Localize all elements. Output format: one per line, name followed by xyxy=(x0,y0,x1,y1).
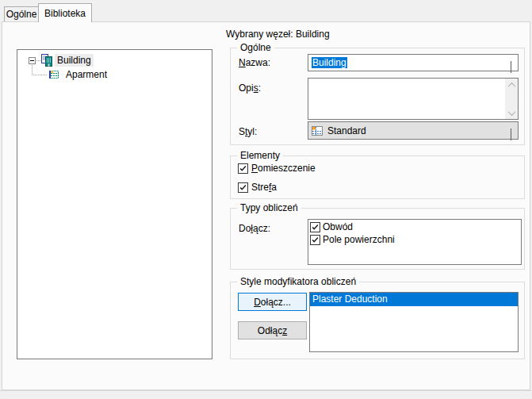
list-item-obwod-label: Obwód xyxy=(323,221,353,232)
list-item-plaster-deduction[interactable]: Plaster Deduction xyxy=(310,293,518,306)
name-combobox[interactable]: Building xyxy=(308,54,519,71)
tree-collapse-icon[interactable] xyxy=(29,57,36,64)
description-textarea[interactable] xyxy=(308,78,519,120)
attach-button[interactable]: Dołącz... xyxy=(238,293,307,311)
description-scrollbar[interactable] xyxy=(505,79,518,119)
chevron-down-icon[interactable] xyxy=(511,129,511,140)
style-standard-icon xyxy=(311,125,323,137)
list-item-obwod[interactable]: Obwód xyxy=(310,221,521,233)
library-tree[interactable]: Building Aparment xyxy=(17,49,212,359)
checked-checkbox-icon[interactable] xyxy=(310,235,320,245)
tab-ogolne[interactable]: Ogólne xyxy=(4,6,39,22)
style-combobox[interactable]: Standard xyxy=(308,121,519,140)
checkbox-pomieszczenie[interactable]: Pomieszczenie xyxy=(238,163,316,174)
group-elementy: Elementy Pomieszczenie Strefa xyxy=(230,155,525,199)
modifier-styles-listbox[interactable]: Plaster Deduction xyxy=(309,292,519,352)
group-style-modyfikatora: Style modyfikatora obliczeń Dołącz... Od… xyxy=(230,282,525,359)
group-ogolne-title: Ogólne xyxy=(237,42,274,53)
style-label: Styl: xyxy=(239,126,257,137)
checked-checkbox-icon[interactable] xyxy=(238,182,248,193)
dolacz-label: Dołącz: xyxy=(239,223,270,234)
group-typy-obliczen-title: Typy obliczeń xyxy=(237,202,301,213)
description-label: Opis: xyxy=(239,82,261,94)
checked-checkbox-icon[interactable] xyxy=(310,222,320,232)
detach-button-label: Odłącz xyxy=(258,325,287,336)
style-value: Standard xyxy=(327,125,366,136)
name-value: Building xyxy=(312,57,347,68)
scroll-down-icon[interactable] xyxy=(505,106,518,119)
library-dialog: Ogólne Biblioteka Building xyxy=(0,0,532,399)
chevron-down-icon[interactable] xyxy=(511,61,511,72)
name-label: Nazwa: xyxy=(239,57,270,68)
attach-button-label: Dołącz... xyxy=(254,297,291,308)
checkbox-strefa-label: Strefa xyxy=(251,182,277,193)
tab-biblioteka-label: Biblioteka xyxy=(44,8,86,19)
group-ogolne: Ogólne Nazwa: Building Opis: Styl: St xyxy=(230,48,525,145)
tree-item-building[interactable]: Building xyxy=(55,54,94,67)
list-item-pole-powierzchni[interactable]: Pole powierzchni xyxy=(310,233,521,246)
dialog-bottom-strip xyxy=(0,390,532,399)
divider xyxy=(0,390,532,391)
tab-ogolne-label: Ogólne xyxy=(6,9,37,20)
group-style-modyfikatora-title: Style modyfikatora obliczeń xyxy=(237,276,359,287)
checkbox-pomieszczenie-label: Pomieszczenie xyxy=(251,163,316,174)
checked-checkbox-icon[interactable] xyxy=(238,163,248,174)
group-typy-obliczen: Typy obliczeń Dołącz: Obwód Pole powierz… xyxy=(230,208,525,270)
tab-biblioteka[interactable]: Biblioteka xyxy=(38,3,92,22)
detach-button[interactable]: Odłącz xyxy=(238,321,307,340)
checkbox-strefa[interactable]: Strefa xyxy=(238,182,277,193)
group-elementy-title: Elementy xyxy=(237,150,283,161)
tree-connector xyxy=(32,75,47,75)
list-item-pole-powierzchni-label: Pole powierzchni xyxy=(323,234,395,245)
tree-item-aparment[interactable]: Aparment xyxy=(63,68,109,81)
scroll-up-icon[interactable] xyxy=(505,79,518,91)
apartment-icon xyxy=(48,68,60,83)
calc-types-listbox[interactable]: Obwód Pole powierzchni xyxy=(308,219,522,265)
selected-node-text: Wybrany węzeł: Building xyxy=(226,29,330,40)
building-icon xyxy=(40,54,53,69)
